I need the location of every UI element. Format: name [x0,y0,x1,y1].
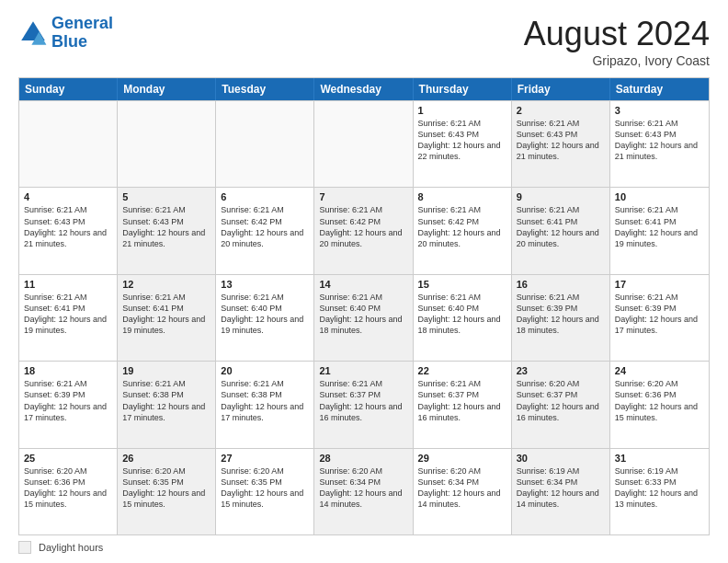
calendar-header: SundayMondayTuesdayWednesdayThursdayFrid… [19,78,709,100]
calendar-cell: 14Sunrise: 6:21 AM Sunset: 6:40 PM Dayli… [314,275,413,361]
calendar-cell: 21Sunrise: 6:21 AM Sunset: 6:37 PM Dayli… [314,362,413,447]
day-number: 25 [24,453,112,464]
calendar-row: 11Sunrise: 6:21 AM Sunset: 6:41 PM Dayli… [19,274,709,361]
calendar-row: 25Sunrise: 6:20 AM Sunset: 6:36 PM Dayli… [19,448,709,534]
calendar-cell: 28Sunrise: 6:20 AM Sunset: 6:34 PM Dayli… [314,449,413,534]
logo-text: General Blue [51,15,113,52]
day-number: 22 [418,365,506,376]
cell-text: Sunrise: 6:21 AM Sunset: 6:41 PM Dayligh… [122,292,210,337]
calendar-header-cell: Monday [118,78,216,100]
logo-line2: Blue [51,32,87,51]
calendar-cell [216,101,314,187]
cell-text: Sunrise: 6:21 AM Sunset: 6:37 PM Dayligh… [418,378,506,423]
cell-text: Sunrise: 6:21 AM Sunset: 6:43 PM Dayligh… [24,204,112,249]
day-number: 14 [319,279,407,290]
calendar-cell: 20Sunrise: 6:21 AM Sunset: 6:38 PM Dayli… [216,362,314,447]
day-number: 26 [122,453,210,464]
cell-text: Sunrise: 6:21 AM Sunset: 6:42 PM Dayligh… [418,204,506,249]
calendar-cell: 10Sunrise: 6:21 AM Sunset: 6:41 PM Dayli… [610,188,709,273]
day-number: 19 [122,365,210,376]
logo-icon [18,18,48,48]
calendar-header-cell: Wednesday [314,78,413,100]
day-number: 20 [221,365,309,376]
day-number: 2 [517,105,605,116]
cell-text: Sunrise: 6:21 AM Sunset: 6:39 PM Dayligh… [517,292,605,337]
cell-text: Sunrise: 6:21 AM Sunset: 6:41 PM Dayligh… [517,204,605,249]
calendar-header-cell: Saturday [610,78,709,100]
cell-text: Sunrise: 6:21 AM Sunset: 6:43 PM Dayligh… [418,118,506,163]
day-number: 5 [122,191,210,202]
calendar-header-cell: Friday [512,78,610,100]
cell-text: Sunrise: 6:21 AM Sunset: 6:41 PM Dayligh… [24,292,112,337]
cell-text: Sunrise: 6:21 AM Sunset: 6:43 PM Dayligh… [517,118,605,163]
cell-text: Sunrise: 6:20 AM Sunset: 6:35 PM Dayligh… [221,465,309,511]
title-block: August 2024 Gripazo, Ivory Coast [524,15,710,68]
cell-text: Sunrise: 6:21 AM Sunset: 6:39 PM Dayligh… [615,292,704,337]
cell-text: Sunrise: 6:19 AM Sunset: 6:34 PM Dayligh… [517,465,605,511]
calendar-cell: 6Sunrise: 6:21 AM Sunset: 6:42 PM Daylig… [216,188,314,273]
calendar-cell: 24Sunrise: 6:20 AM Sunset: 6:36 PM Dayli… [610,362,709,447]
calendar-body: 1Sunrise: 6:21 AM Sunset: 6:43 PM Daylig… [19,100,709,534]
calendar-cell: 17Sunrise: 6:21 AM Sunset: 6:39 PM Dayli… [610,275,709,361]
calendar-cell: 29Sunrise: 6:20 AM Sunset: 6:34 PM Dayli… [414,449,512,534]
cell-text: Sunrise: 6:21 AM Sunset: 6:42 PM Dayligh… [319,204,407,249]
day-number: 1 [418,105,506,116]
calendar-row: 1Sunrise: 6:21 AM Sunset: 6:43 PM Daylig… [19,100,709,187]
subtitle: Gripazo, Ivory Coast [524,53,710,68]
cell-text: Sunrise: 6:21 AM Sunset: 6:42 PM Dayligh… [221,204,309,249]
calendar-cell: 11Sunrise: 6:21 AM Sunset: 6:41 PM Dayli… [19,275,118,361]
cell-text: Sunrise: 6:19 AM Sunset: 6:33 PM Dayligh… [615,465,704,511]
day-number: 11 [24,279,112,290]
calendar-cell: 30Sunrise: 6:19 AM Sunset: 6:34 PM Dayli… [512,449,610,534]
cell-text: Sunrise: 6:20 AM Sunset: 6:36 PM Dayligh… [24,465,112,511]
day-number: 4 [24,191,112,202]
day-number: 16 [517,279,605,290]
legend: Daylight hours [18,541,710,554]
day-number: 29 [418,453,506,464]
calendar-cell: 8Sunrise: 6:21 AM Sunset: 6:42 PM Daylig… [414,188,512,273]
cell-text: Sunrise: 6:21 AM Sunset: 6:41 PM Dayligh… [615,204,704,249]
cell-text: Sunrise: 6:20 AM Sunset: 6:34 PM Dayligh… [418,465,506,511]
day-number: 8 [418,191,506,202]
logo: General Blue [18,15,113,52]
cell-text: Sunrise: 6:21 AM Sunset: 6:40 PM Dayligh… [221,292,309,337]
day-number: 12 [122,279,210,290]
calendar-cell: 23Sunrise: 6:20 AM Sunset: 6:37 PM Dayli… [512,362,610,447]
calendar-cell: 1Sunrise: 6:21 AM Sunset: 6:43 PM Daylig… [414,101,512,187]
day-number: 27 [221,453,309,464]
calendar-cell: 25Sunrise: 6:20 AM Sunset: 6:36 PM Dayli… [19,449,118,534]
calendar-cell: 13Sunrise: 6:21 AM Sunset: 6:40 PM Dayli… [216,275,314,361]
day-number: 3 [615,105,704,116]
calendar-cell: 19Sunrise: 6:21 AM Sunset: 6:38 PM Dayli… [118,362,216,447]
cell-text: Sunrise: 6:21 AM Sunset: 6:43 PM Dayligh… [122,204,210,249]
day-number: 24 [615,365,704,376]
cell-text: Sunrise: 6:21 AM Sunset: 6:39 PM Dayligh… [24,378,112,423]
calendar-header-cell: Thursday [414,78,512,100]
calendar-cell [19,101,118,187]
day-number: 15 [418,279,506,290]
day-number: 13 [221,279,309,290]
day-number: 28 [319,453,407,464]
cell-text: Sunrise: 6:20 AM Sunset: 6:37 PM Dayligh… [517,378,605,423]
day-number: 21 [319,365,407,376]
header: General Blue August 2024 Gripazo, Ivory … [18,15,710,68]
calendar-cell: 22Sunrise: 6:21 AM Sunset: 6:37 PM Dayli… [414,362,512,447]
calendar-header-cell: Sunday [19,78,118,100]
calendar-cell: 16Sunrise: 6:21 AM Sunset: 6:39 PM Dayli… [512,275,610,361]
logo-line1: General [51,14,113,32]
calendar-header-cell: Tuesday [216,78,314,100]
calendar-cell: 7Sunrise: 6:21 AM Sunset: 6:42 PM Daylig… [314,188,413,273]
day-number: 23 [517,365,605,376]
legend-label: Daylight hours [39,542,103,553]
cell-text: Sunrise: 6:20 AM Sunset: 6:36 PM Dayligh… [615,378,704,423]
day-number: 31 [615,453,704,464]
calendar-cell: 9Sunrise: 6:21 AM Sunset: 6:41 PM Daylig… [512,188,610,273]
calendar-cell: 2Sunrise: 6:21 AM Sunset: 6:43 PM Daylig… [512,101,610,187]
main-title: August 2024 [524,15,710,53]
cell-text: Sunrise: 6:21 AM Sunset: 6:43 PM Dayligh… [615,118,704,163]
calendar-cell [314,101,413,187]
cell-text: Sunrise: 6:21 AM Sunset: 6:40 PM Dayligh… [418,292,506,337]
day-number: 18 [24,365,112,376]
calendar-cell: 27Sunrise: 6:20 AM Sunset: 6:35 PM Dayli… [216,449,314,534]
calendar-row: 4Sunrise: 6:21 AM Sunset: 6:43 PM Daylig… [19,187,709,273]
